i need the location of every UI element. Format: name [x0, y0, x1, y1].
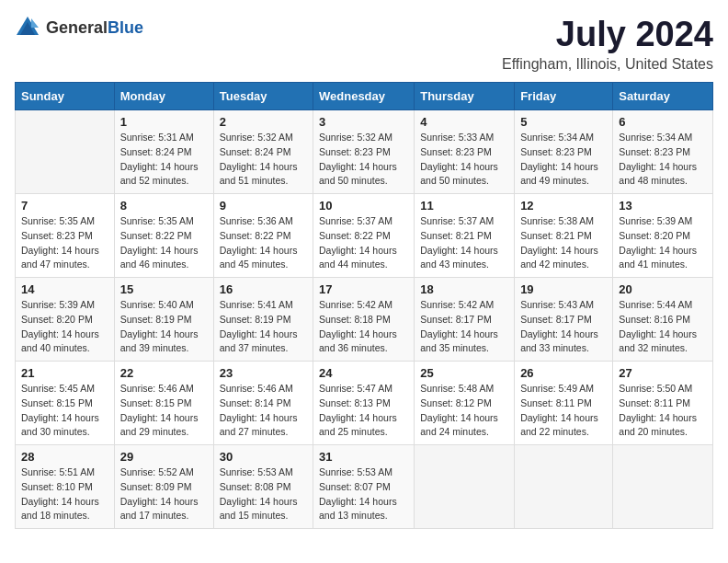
- sunset-text: Sunset: 8:23 PM: [21, 230, 93, 241]
- day-info: Sunrise: 5:40 AM Sunset: 8:19 PM Dayligh…: [120, 298, 208, 356]
- sunset-text: Sunset: 8:11 PM: [520, 397, 592, 408]
- sunset-text: Sunset: 8:08 PM: [220, 481, 291, 492]
- day-number: 2: [220, 115, 307, 129]
- calendar-cell: 31 Sunrise: 5:53 AM Sunset: 8:07 PM Dayl…: [313, 445, 415, 529]
- day-number: 8: [120, 199, 208, 213]
- daylight-text: Daylight: 14 hours and 25 minutes.: [319, 412, 397, 438]
- day-info: Sunrise: 5:34 AM Sunset: 8:23 PM Dayligh…: [619, 131, 707, 189]
- sunrise-text: Sunrise: 5:39 AM: [619, 215, 692, 226]
- sunrise-text: Sunrise: 5:33 AM: [420, 132, 494, 143]
- logo-blue: Blue: [108, 18, 143, 37]
- day-info: Sunrise: 5:35 AM Sunset: 8:22 PM Dayligh…: [120, 214, 208, 272]
- sunset-text: Sunset: 8:13 PM: [319, 397, 391, 408]
- day-info: Sunrise: 5:42 AM Sunset: 8:18 PM Dayligh…: [319, 298, 408, 356]
- sunrise-text: Sunrise: 5:46 AM: [220, 383, 293, 394]
- daylight-text: Daylight: 14 hours and 22 minutes.: [520, 412, 598, 438]
- day-number: 4: [420, 115, 508, 129]
- sunset-text: Sunset: 8:24 PM: [220, 146, 291, 157]
- sunset-text: Sunset: 8:21 PM: [420, 230, 492, 241]
- sunset-text: Sunset: 8:23 PM: [420, 146, 492, 157]
- day-info: Sunrise: 5:45 AM Sunset: 8:15 PM Dayligh…: [21, 382, 108, 440]
- calendar-cell: 28 Sunrise: 5:51 AM Sunset: 8:10 PM Dayl…: [16, 445, 115, 529]
- calendar-cell: 1 Sunrise: 5:31 AM Sunset: 8:24 PM Dayli…: [114, 110, 213, 194]
- calendar-cell: 15 Sunrise: 5:40 AM Sunset: 8:19 PM Dayl…: [114, 278, 213, 362]
- day-number: 20: [619, 282, 707, 296]
- day-number: 25: [420, 366, 508, 380]
- calendar-cell: 5 Sunrise: 5:34 AM Sunset: 8:23 PM Dayli…: [515, 110, 613, 194]
- daylight-text: Daylight: 14 hours and 37 minutes.: [220, 328, 298, 354]
- sunset-text: Sunset: 8:09 PM: [120, 481, 192, 492]
- calendar-cell: 9 Sunrise: 5:36 AM Sunset: 8:22 PM Dayli…: [213, 194, 313, 278]
- day-number: 3: [319, 115, 408, 129]
- sunrise-text: Sunrise: 5:53 AM: [319, 466, 392, 477]
- calendar-table: SundayMondayTuesdayWednesdayThursdayFrid…: [15, 82, 713, 529]
- day-info: Sunrise: 5:51 AM Sunset: 8:10 PM Dayligh…: [21, 465, 108, 523]
- daylight-text: Daylight: 14 hours and 36 minutes.: [319, 328, 397, 354]
- week-row-3: 14 Sunrise: 5:39 AM Sunset: 8:20 PM Dayl…: [16, 278, 713, 362]
- day-info: Sunrise: 5:34 AM Sunset: 8:23 PM Dayligh…: [520, 131, 607, 189]
- col-header-saturday: Saturday: [613, 83, 713, 110]
- daylight-text: Daylight: 14 hours and 39 minutes.: [120, 328, 199, 354]
- sunrise-text: Sunrise: 5:35 AM: [120, 215, 194, 226]
- sunset-text: Sunset: 8:23 PM: [619, 146, 690, 157]
- sunrise-text: Sunrise: 5:53 AM: [220, 466, 293, 477]
- sunrise-text: Sunrise: 5:32 AM: [220, 132, 293, 143]
- day-number: 23: [220, 366, 307, 380]
- sunrise-text: Sunrise: 5:46 AM: [120, 383, 194, 394]
- day-number: 28: [21, 450, 108, 464]
- calendar-header-row: SundayMondayTuesdayWednesdayThursdayFrid…: [16, 83, 713, 110]
- day-number: 24: [319, 366, 408, 380]
- sunset-text: Sunset: 8:17 PM: [420, 314, 492, 325]
- sunset-text: Sunset: 8:11 PM: [619, 397, 690, 408]
- day-info: Sunrise: 5:32 AM Sunset: 8:24 PM Dayligh…: [220, 131, 307, 189]
- col-header-friday: Friday: [515, 83, 613, 110]
- day-info: Sunrise: 5:46 AM Sunset: 8:15 PM Dayligh…: [120, 382, 208, 440]
- calendar-cell: 2 Sunrise: 5:32 AM Sunset: 8:24 PM Dayli…: [213, 110, 313, 194]
- day-number: 21: [21, 366, 108, 380]
- calendar-cell: 27 Sunrise: 5:50 AM Sunset: 8:11 PM Dayl…: [613, 362, 713, 445]
- sunrise-text: Sunrise: 5:37 AM: [420, 215, 494, 226]
- day-number: 14: [21, 282, 108, 296]
- day-info: Sunrise: 5:53 AM Sunset: 8:07 PM Dayligh…: [319, 465, 408, 523]
- daylight-text: Daylight: 14 hours and 41 minutes.: [619, 245, 697, 270]
- sunset-text: Sunset: 8:07 PM: [319, 481, 391, 492]
- daylight-text: Daylight: 14 hours and 30 minutes.: [21, 412, 99, 438]
- day-number: 1: [120, 115, 208, 129]
- day-number: 13: [619, 199, 707, 213]
- sunrise-text: Sunrise: 5:45 AM: [21, 383, 95, 394]
- calendar-cell: 7 Sunrise: 5:35 AM Sunset: 8:23 PM Dayli…: [16, 194, 115, 278]
- daylight-text: Daylight: 14 hours and 50 minutes.: [420, 161, 498, 187]
- calendar-cell: 10 Sunrise: 5:37 AM Sunset: 8:22 PM Dayl…: [313, 194, 415, 278]
- calendar-cell: [16, 110, 115, 194]
- calendar-cell: 20 Sunrise: 5:44 AM Sunset: 8:16 PM Dayl…: [613, 278, 713, 362]
- sunset-text: Sunset: 8:22 PM: [120, 230, 192, 241]
- day-info: Sunrise: 5:50 AM Sunset: 8:11 PM Dayligh…: [619, 382, 707, 440]
- daylight-text: Daylight: 14 hours and 20 minutes.: [619, 412, 697, 438]
- week-row-1: 1 Sunrise: 5:31 AM Sunset: 8:24 PM Dayli…: [16, 110, 713, 194]
- sunrise-text: Sunrise: 5:43 AM: [520, 299, 594, 310]
- sunrise-text: Sunrise: 5:34 AM: [520, 132, 594, 143]
- sunrise-text: Sunrise: 5:41 AM: [220, 299, 293, 310]
- sunset-text: Sunset: 8:20 PM: [21, 314, 93, 325]
- sunset-text: Sunset: 8:22 PM: [319, 230, 391, 241]
- week-row-2: 7 Sunrise: 5:35 AM Sunset: 8:23 PM Dayli…: [16, 194, 713, 278]
- day-number: 15: [120, 282, 208, 296]
- daylight-text: Daylight: 14 hours and 52 minutes.: [120, 161, 199, 187]
- day-info: Sunrise: 5:38 AM Sunset: 8:21 PM Dayligh…: [520, 214, 607, 272]
- day-info: Sunrise: 5:46 AM Sunset: 8:14 PM Dayligh…: [220, 382, 307, 440]
- daylight-text: Daylight: 14 hours and 50 minutes.: [319, 161, 397, 187]
- calendar-cell: 16 Sunrise: 5:41 AM Sunset: 8:19 PM Dayl…: [213, 278, 313, 362]
- daylight-text: Daylight: 14 hours and 27 minutes.: [220, 412, 298, 438]
- calendar-cell: 11 Sunrise: 5:37 AM Sunset: 8:21 PM Dayl…: [415, 194, 515, 278]
- sunset-text: Sunset: 8:17 PM: [520, 314, 592, 325]
- daylight-text: Daylight: 14 hours and 29 minutes.: [120, 412, 199, 438]
- calendar-cell: 13 Sunrise: 5:39 AM Sunset: 8:20 PM Dayl…: [613, 194, 713, 278]
- day-number: 6: [619, 115, 707, 129]
- col-header-sunday: Sunday: [16, 83, 115, 110]
- calendar-cell: [613, 445, 713, 529]
- day-info: Sunrise: 5:52 AM Sunset: 8:09 PM Dayligh…: [120, 465, 208, 523]
- sunrise-text: Sunrise: 5:32 AM: [319, 132, 392, 143]
- sunrise-text: Sunrise: 5:38 AM: [520, 215, 594, 226]
- daylight-text: Daylight: 14 hours and 46 minutes.: [120, 245, 199, 270]
- day-info: Sunrise: 5:44 AM Sunset: 8:16 PM Dayligh…: [619, 298, 707, 356]
